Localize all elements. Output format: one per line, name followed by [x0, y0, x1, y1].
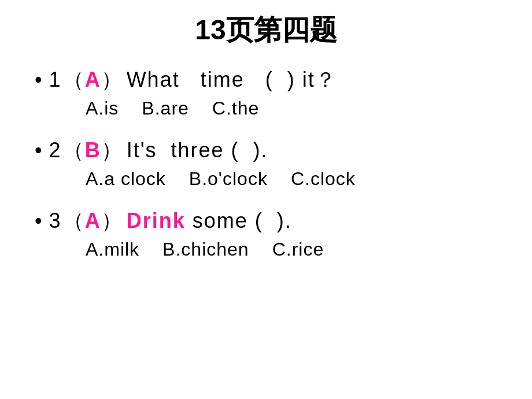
q3-highlight-word: Drink: [127, 209, 186, 232]
q2-option-c: C.clock: [291, 168, 356, 190]
q3-number: 3: [49, 209, 61, 233]
q2-open-paren: （: [63, 136, 84, 165]
q2-option-a: A.a clock: [86, 168, 166, 190]
questions-container: • 1 （ A ） What time ( ) it？ A.is B.are C…: [35, 66, 497, 260]
q3-open-paren: （: [63, 207, 84, 235]
question-3-line: • 3 （ A ） Drink some ( ).: [35, 207, 497, 235]
q2-answer: B: [85, 138, 100, 162]
q1-close-paren: ）: [101, 66, 122, 94]
bullet-3: •: [35, 209, 42, 233]
question-2: • 2 （ B ） It's three ( ). A.a clock B.o'…: [35, 136, 497, 190]
q1-answer: A: [85, 68, 100, 92]
q3-text: Drink some ( ).: [127, 209, 292, 233]
q1-open-paren: （: [63, 66, 84, 94]
question-1-line: • 1 （ A ） What time ( ) it？: [35, 66, 497, 94]
q3-options: A.milk B.chichen C.rice: [86, 239, 497, 260]
q2-number: 2: [49, 138, 61, 162]
q3-option-c: C.rice: [272, 239, 324, 260]
page-title: 13页第四题: [35, 12, 497, 49]
q3-option-a: A.milk: [86, 239, 139, 260]
q2-options: A.a clock B.o'clock C.clock: [86, 168, 497, 190]
q3-answer: A: [85, 209, 100, 233]
q1-options: A.is B.are C.the: [86, 98, 497, 119]
bullet-2: •: [35, 138, 42, 162]
page: 13页第四题 • 1 （ A ） What time ( ) it？ A.is …: [0, 0, 532, 399]
question-3: • 3 （ A ） Drink some ( ). A.milk B.chich…: [35, 207, 497, 260]
question-2-line: • 2 （ B ） It's three ( ).: [35, 136, 497, 165]
q1-option-c: C.the: [212, 98, 259, 119]
bullet-1: •: [35, 68, 42, 92]
question-1: • 1 （ A ） What time ( ) it？ A.is B.are C…: [35, 66, 497, 119]
q2-text: It's three ( ).: [127, 138, 268, 162]
q3-option-b: B.chichen: [162, 239, 249, 260]
q1-number: 1: [49, 68, 61, 92]
q1-option-a: A.is: [86, 98, 119, 119]
q1-text: What time ( ) it？: [127, 66, 337, 94]
q2-close-paren: ）: [101, 136, 122, 165]
q3-close-paren: ）: [101, 207, 122, 235]
q2-option-b: B.o'clock: [189, 168, 268, 190]
q1-option-b: B.are: [142, 98, 189, 119]
